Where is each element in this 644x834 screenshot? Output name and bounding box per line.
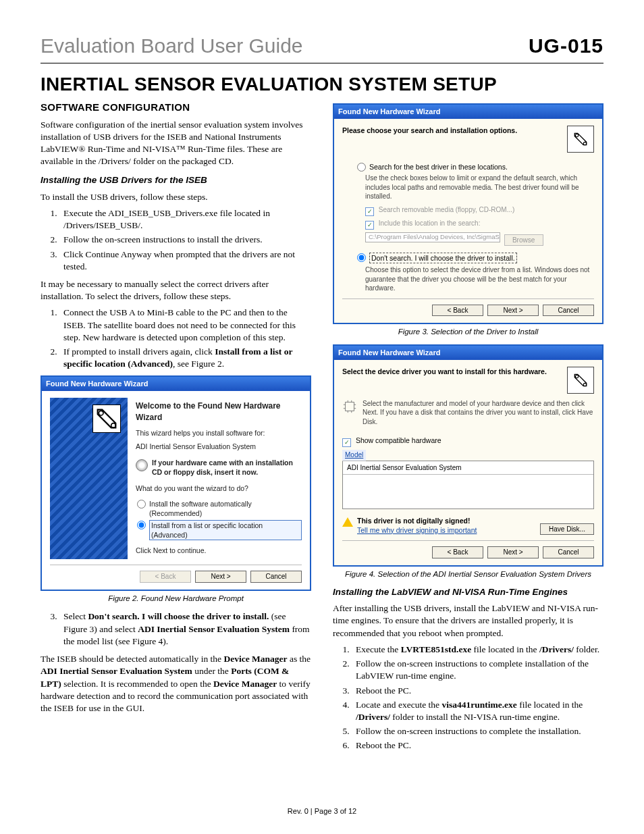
wizard-line1: This wizard helps you install software f… [136,428,302,438]
chip-icon [342,399,357,427]
cd-icon [136,459,148,471]
dlg2-radio-dontsearch[interactable]: Don't search. I will choose the driver t… [357,253,594,263]
select-step-2: If prompted to install drivers again, cl… [59,346,311,370]
device-manager-paragraph: The ISEB should be detected automaticall… [41,653,311,714]
wizard-click-next: Click Next to continue. [136,546,302,555]
cancel-button[interactable]: Cancel [543,305,594,317]
next-button[interactable]: Next > [195,571,246,583]
select-step-1: Connect the USB A to Mini-B cable to the… [59,307,311,344]
model-item[interactable]: ADI Inertial Sensor Evaluation System [343,461,593,475]
why-signing-link[interactable]: Tell me why driver signing is important [357,526,477,534]
install-intro: To install the USB drivers, follow these… [41,191,311,203]
install-step-2: Follow the on-screen instructions to ins… [59,234,311,246]
page-header: Evaluation Board User Guide UG-015 [41,32,603,63]
browse-button: Browse [504,234,543,246]
svg-rect-6 [346,402,354,411]
wizard-welcome-heading: Welcome to the Found New Hardware Wizard [136,400,302,422]
radio-dontsearch-input[interactable] [357,253,366,262]
lv-step-5: Follow the on-screen instructions to com… [352,725,603,737]
dlg2-chk1: Search removable media (floppy, CD-ROM..… [379,206,515,213]
header-doc-code: UG-015 [529,32,603,60]
have-disk-button[interactable]: Have Disk... [540,523,594,536]
hardware-icon [92,405,121,433]
dlg2-sub-dont: Choose this option to select the device … [365,265,594,293]
labview-heading: Installing the LabVIEW and NI-VISA Run-T… [333,586,603,598]
dialog-title: Found New Hardware Wizard [334,105,602,119]
lv-step-3: Reboot the PC. [352,685,603,697]
wizard-radio-auto[interactable]: Install the software automatically (Reco… [137,499,302,518]
hardware-icon [567,126,594,153]
usb-drivers-heading: Installing the USB Drivers for the ISEB [41,174,311,186]
wizard-radio-advanced[interactable]: Install from a list or specific location… [137,520,302,540]
install-step-3: Click Continue Anyway when prompted that… [59,249,311,273]
found-new-hardware-dialog-options: Found New Hardware Wizard Please choose … [333,103,603,324]
svg-point-0 [99,411,103,416]
wizard-what-do: What do you want the wizard to do? [136,484,302,493]
wizard-side-graphic [50,398,128,559]
dlg3-show-compat[interactable]: ✓ Show compatible hardware [342,436,594,447]
back-button[interactable]: < Back [432,546,483,558]
check-icon: ✓ [342,438,351,447]
labview-intro: After installing the USB drivers, instal… [333,602,603,640]
software-config-heading: SOFTWARE CONFIGURATION [41,101,311,114]
wizard-device-name: ADI Inertial Sensor Evaluation System [136,442,302,451]
lv-step-6: Reboot the PC. [352,739,603,752]
svg-point-4 [575,375,578,377]
warning-icon [342,517,353,527]
next-button[interactable]: Next > [487,546,539,558]
cancel-button[interactable]: Cancel [543,546,594,558]
dlg3-model-label: Model [342,450,366,461]
dlg3-warn: This driver is not digitally signed! [357,517,470,525]
check-icon: ✓ [365,221,374,230]
select-steps-list: Connect the USB A to Mini-B cable to the… [41,307,311,370]
radio-auto-input[interactable] [137,500,146,509]
model-listbox[interactable]: ADI Inertial Sensor Evaluation System [342,461,594,509]
figure-3-caption: Figure 3. Selection of the Driver to Ins… [333,327,603,338]
radio-search-input[interactable] [357,163,366,172]
select-step-3: Select Don't search. I will choose the d… [59,610,311,648]
radio-advanced-input[interactable] [137,521,146,529]
dialog-title: Found New Hardware Wizard [42,377,310,391]
dlg2-sub-search: Use the check boxes below to limit or ex… [365,174,594,201]
dlg3-sub: Select the manufacturer and model of you… [363,399,594,427]
figure-2-caption: Figure 2. Found New Hardware Prompt [41,594,311,604]
dialog-title: Found New Hardware Wizard [334,346,602,360]
check-icon: ✓ [365,207,374,216]
install-step-1: Execute the ADI_ISEB_USB_Drivers.exe fil… [59,207,311,232]
install-steps-list: Execute the ADI_ISEB_USB_Drivers.exe fil… [41,207,311,273]
found-new-hardware-dialog-select-driver: Found New Hardware Wizard Select the dev… [333,344,603,567]
dlg2-chk2: Include this location in the search: [379,219,481,227]
back-button[interactable]: < Back [432,305,483,317]
svg-point-2 [575,134,578,137]
lv-step-2: Follow the on-screen instructions to com… [352,658,603,682]
hardware-icon [567,367,594,394]
found-new-hardware-dialog-welcome: Found New Hardware Wizard Welcome to the… [41,375,311,590]
back-button: < Back [140,571,191,583]
dlg2-radio-search[interactable]: Search for the best driver in these loca… [357,162,594,172]
wizard-cd-text: If your hardware came with an installati… [152,458,302,477]
lv-step-1: Execute the LVRTE851std.exe file located… [352,644,603,656]
dlg2-heading: Please choose your search and installati… [342,126,517,134]
page-footer: Rev. 0 | Page 3 of 12 [0,806,644,816]
page-title: INERTIAL SENSOR EVALUATION SYSTEM SETUP [41,72,603,97]
cancel-button[interactable]: Cancel [250,571,302,583]
intro-paragraph: Software configuration of the inertial s… [41,119,311,168]
select-steps-list-cont: Select Don't search. I will choose the d… [41,610,311,648]
path-input: C:\Program Files\Analog Devices, Inc\Sig… [365,232,500,242]
dlg3-heading: Select the device driver you want to ins… [342,367,547,375]
labview-steps-list: Execute the LVRTE851std.exe file located… [333,644,603,752]
header-guide-title: Evaluation Board User Guide [41,32,303,60]
next-button[interactable]: Next > [487,305,539,317]
figure-4-caption: Figure 4. Selection of the ADI Inertial … [333,569,603,580]
manual-select-paragraph: It may be necessary to manually select t… [41,278,311,303]
lv-step-4: Locate and execute the visa441runtime.ex… [352,699,603,723]
